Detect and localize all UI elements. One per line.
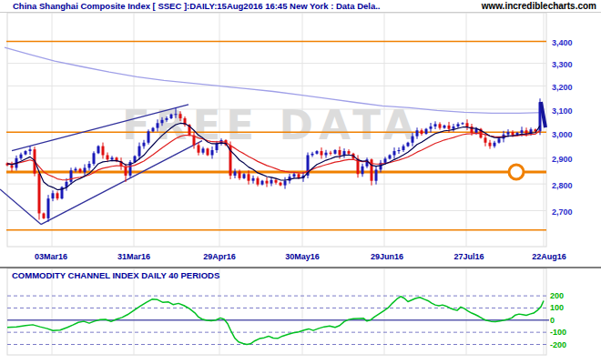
candle-body [125, 167, 127, 176]
candle-body [448, 126, 451, 129]
price-axis-label: 3,200 [552, 84, 573, 92]
latest-bar-mark [541, 102, 545, 127]
candle-body [266, 181, 269, 184]
candle-body [466, 123, 469, 126]
candle-body [494, 143, 496, 147]
candle-body [43, 213, 46, 217]
candle-body [330, 153, 332, 154]
candle-body [425, 129, 428, 134]
candle-body [407, 143, 410, 147]
candle-body [20, 155, 23, 158]
free-data-watermark: FREE DATA [122, 101, 420, 149]
price-and-cci-chart: FREE DATA [0, 0, 601, 364]
price-axis-label: 2,800 [552, 182, 573, 190]
candle-body [398, 150, 401, 151]
candle-body [275, 180, 278, 183]
candle-body [489, 143, 492, 147]
candle-body [170, 115, 173, 118]
candle-body [11, 166, 14, 168]
candle-body [362, 167, 364, 174]
level-circle-marker [509, 165, 524, 179]
candle-body [179, 114, 182, 118]
price-axis-label: 2,700 [552, 208, 573, 217]
candle-body [38, 174, 41, 214]
candle-body [284, 181, 287, 186]
candle-body [334, 150, 337, 154]
candle-body [521, 130, 524, 133]
candle-body [216, 144, 219, 150]
candle-body [152, 128, 155, 132]
candle-body [475, 129, 478, 133]
cci-panel-border [7, 268, 546, 355]
candle-body [47, 198, 50, 218]
price-axis-label: 3,300 [552, 61, 573, 69]
candle-body [443, 126, 446, 128]
date-axis-label: 22Aug16 [532, 253, 566, 261]
candle-body [261, 181, 264, 185]
candle-body [434, 124, 437, 126]
candle-body [25, 151, 27, 155]
candle-body [248, 174, 250, 180]
candle-body [393, 151, 396, 155]
price-axis-label: 3,400 [552, 39, 573, 47]
candle-body [52, 193, 55, 198]
candle-body [384, 158, 387, 162]
candle-body [484, 137, 487, 142]
candle-body [430, 126, 433, 129]
candle-body [79, 169, 82, 173]
candle-body [84, 167, 87, 172]
cci-axis-label: -200 [550, 341, 566, 349]
cci-axis-label: 0 [550, 317, 555, 325]
date-axis-label: 27Jul16 [453, 253, 484, 261]
candle-body [348, 151, 351, 154]
candle-body [207, 148, 209, 155]
candle-body [462, 123, 464, 124]
candle-body [325, 153, 328, 156]
candle-body [416, 130, 419, 136]
candle-body [107, 156, 109, 160]
candle-body [29, 149, 32, 151]
candle-body [252, 178, 255, 181]
candle-body [402, 147, 405, 150]
trendline [0, 189, 41, 225]
cci-axis-label: -100 [550, 329, 566, 337]
candle-body [239, 171, 241, 177]
candle-body [198, 145, 200, 152]
cci-axis-label: 200 [550, 292, 564, 300]
candle-body [389, 156, 392, 159]
candle-body [270, 180, 273, 184]
date-axis-label: 29Apr16 [203, 253, 236, 261]
candle-body [257, 178, 260, 185]
candle-body [512, 132, 514, 135]
candle-body [211, 150, 214, 156]
candle-body [161, 120, 164, 123]
candle-body [234, 171, 237, 176]
candle-body [280, 183, 282, 186]
candle-body [321, 151, 323, 155]
candle-body [343, 151, 346, 155]
candle-body [166, 118, 168, 120]
candle-body [293, 174, 296, 177]
candle-body [102, 147, 105, 156]
candle-body [111, 157, 114, 159]
candle-body [148, 131, 150, 142]
candle-body [507, 132, 510, 135]
price-axis-label: 3,100 [552, 107, 573, 116]
candle-body [97, 147, 100, 154]
stock-chart-screenshot: China Shanghai Composite Index [ SSEC ]:… [0, 0, 601, 364]
candle-body [453, 126, 455, 129]
date-axis-label: 31Mar16 [117, 253, 150, 261]
candle-body [202, 148, 205, 152]
candle-body [93, 153, 96, 164]
candle-body [421, 130, 423, 134]
candle-body [88, 164, 91, 167]
candle-body [157, 123, 159, 127]
date-axis-label: 03Mar16 [35, 253, 67, 261]
cci-panel-title: COMMODITY CHANNEL INDEX DAILY 40 PERIODS [12, 270, 219, 280]
date-axis-label: 30May16 [285, 253, 320, 261]
candle-body [243, 174, 246, 178]
candle-body [471, 126, 474, 133]
candle-body [457, 124, 460, 126]
candle-body [498, 138, 501, 142]
cci-axis-label: 100 [550, 304, 564, 312]
